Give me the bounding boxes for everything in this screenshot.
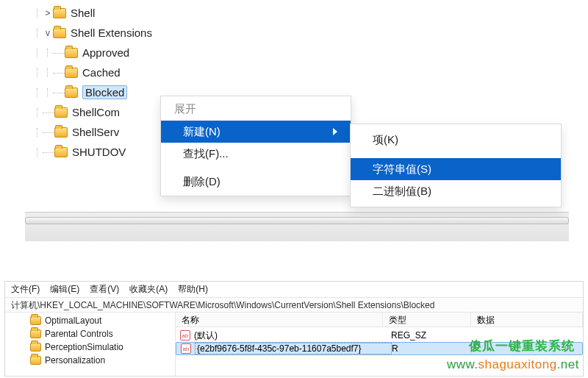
watermark-url: www.shaguaxitong.net [447,357,579,372]
cell-type: R [392,343,480,354]
tree-label: Cached [82,66,121,79]
folder-icon [53,28,66,38]
folder-icon [53,8,66,18]
tree-label: Approved [82,46,129,59]
menu-bar[interactable]: 文件(F) 编辑(E) 查看(V) 收藏夹(A) 帮助(H) [5,282,583,298]
submenu-key-label: 项(K) [373,133,398,147]
tree-label: Personalization [45,355,105,365]
col-name[interactable]: 名称 [176,313,383,327]
folder-icon [65,88,78,98]
string-value-icon: ab [181,343,191,354]
cell-name: (默认) [194,329,391,342]
menu-view[interactable]: 查看(V) [90,283,119,296]
folder-icon [30,343,41,352]
watermark-title: 傻瓜一键重装系统 [469,338,575,354]
folder-icon [54,107,68,118]
cell-name: {e2bf9676-5f8f-435c-97eb-11607a5bedf7} [195,343,392,354]
tree-item-personalization[interactable]: Personalization [5,354,175,367]
tree-label: ShellServ [72,126,119,138]
tree-item-parentalcontrols[interactable]: Parental Controls [5,327,175,340]
menu-find[interactable]: 查找(F)... [161,143,351,165]
tree-label: PerceptionSimulatio [45,342,123,352]
collapse-icon[interactable]: v [43,28,53,38]
cell-type: REG_SZ [391,330,479,340]
submenu-string[interactable]: 字符串值(S) [351,158,561,180]
menu-new[interactable]: 新建(N) [161,121,351,143]
menu-delete-label: 删除(D) [183,175,220,189]
tree-item-shell[interactable]: > Shell [32,3,223,23]
string-value-icon: ab [180,330,190,340]
expand-icon[interactable]: > [43,8,53,18]
submenu-arrow-icon [333,128,337,135]
context-menu[interactable]: 展开 新建(N) 查找(F)... 删除(D) [160,96,351,196]
tree-label-selected: Blocked [82,85,127,99]
menu-help[interactable]: 帮助(H) [178,283,208,296]
new-submenu[interactable]: 项(K) 字符串值(S) 二进制值(B) [350,124,562,207]
col-data[interactable]: 数据 [471,313,583,327]
tree-label: Shell [71,7,95,19]
address-bar[interactable]: 计算机\HKEY_LOCAL_MACHINE\SOFTWARE\Microsof… [5,298,583,313]
submenu-binary-label: 二进制值(B) [373,185,431,199]
lower-tree[interactable]: OptimalLayout Parental Controls Percepti… [5,313,176,376]
menu-edit[interactable]: 编辑(E) [50,283,79,296]
tree-item-shell-extensions[interactable]: v Shell Extensions [32,23,223,43]
tree-label: OptimalLayout [45,315,101,326]
folder-icon [65,48,78,58]
tree-label: Shell Extensions [71,26,152,39]
menu-favorites[interactable]: 收藏夹(A) [129,283,168,296]
horizontal-scrollbar[interactable] [25,217,569,224]
scrollbar-area [25,212,569,241]
folder-icon [54,147,68,157]
tree-item-approved[interactable]: Approved [32,43,223,63]
folder-icon [54,127,68,138]
tree-label: Parental Controls [45,329,113,339]
submenu-string-label: 字符串值(S) [373,163,431,176]
tree-item-cached[interactable]: Cached [32,63,223,82]
folder-icon [30,316,41,325]
submenu-binary[interactable]: 二进制值(B) [351,180,561,202]
col-type[interactable]: 类型 [383,313,471,327]
tree-item-perception[interactable]: PerceptionSimulatio [5,340,175,354]
menu-expand[interactable]: 展开 [161,99,351,121]
menu-new-label: 新建(N) [183,125,220,139]
tree-item-optimallayout[interactable]: OptimalLayout [5,314,175,327]
folder-icon [65,68,78,78]
tree-label: ShellCom [72,106,120,118]
submenu-key[interactable]: 项(K) [351,129,561,151]
folder-icon [30,356,41,365]
list-header[interactable]: 名称 类型 数据 [176,313,583,327]
menu-file[interactable]: 文件(F) [11,283,40,296]
tree-label: SHUTDOV [72,146,126,158]
menu-find-label: 查找(F)... [183,147,229,161]
folder-icon [30,329,41,338]
menu-delete[interactable]: 删除(D) [161,171,351,193]
